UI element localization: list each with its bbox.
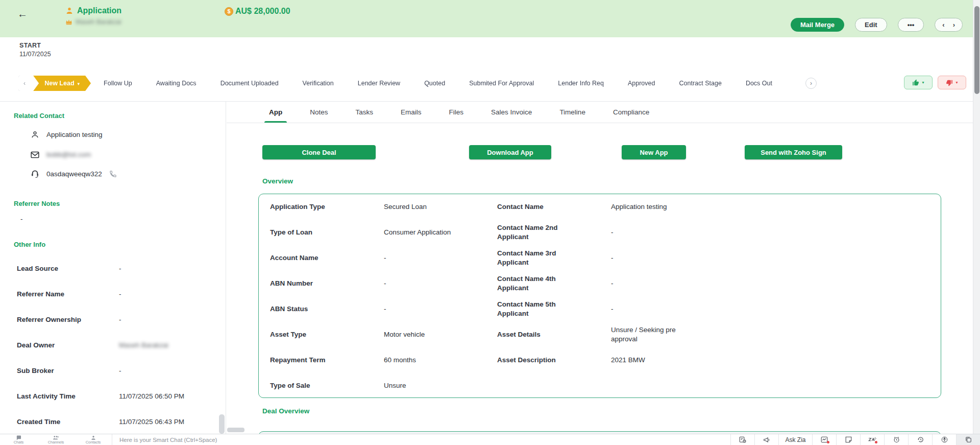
call-phone-icon[interactable] [109,170,117,178]
announcements-button[interactable] [754,434,778,445]
alarm-clock-icon [893,436,900,443]
tab-notes[interactable]: Notes [296,102,341,123]
related-contact-name[interactable]: Application testing [31,130,103,139]
related-contact-phone[interactable]: 0asdaqweeqw322 [31,170,117,178]
back-button[interactable]: ← [17,8,28,20]
related-contact-heading: Related Contact [14,112,64,120]
record-tabs: App Notes Tasks Emails Files Sales Invoi… [227,102,973,123]
stage-start-date: 11/07/2025 [19,51,51,58]
ask-zia-button[interactable]: Ask Zia [778,434,812,445]
activities-button[interactable] [730,434,754,445]
thumbs-up-icon [912,79,919,86]
overview-row: Application TypeSecured Loan Contact Nam… [270,194,941,220]
copy-windows-button[interactable] [956,434,980,445]
new-app-button[interactable]: New App [622,145,686,159]
field-lead-source: Lead Source- [17,265,221,272]
more-actions-button[interactable]: ••• [898,18,924,32]
smart-chat-input[interactable]: Here is your Smart Chat (Ctrl+Space) [112,434,730,445]
stage-docs-out[interactable]: Docs Out [734,76,783,91]
overview-card: Application TypeSecured Loan Contact Nam… [258,194,941,398]
stage-lender-info-req[interactable]: Lender Info Req [547,76,615,91]
zoho-sign-button[interactable] [860,434,884,445]
tab-files[interactable]: Files [435,102,478,123]
stage-approved[interactable]: Approved [617,76,667,91]
channels-button[interactable]: Channels [37,434,75,445]
zia-insights-button[interactable] [812,434,836,445]
main-horizontal-scrollbar[interactable] [227,428,244,432]
sidebar-scrollbar[interactable] [219,414,225,434]
next-record-icon[interactable]: › [953,21,955,29]
bottom-right-tools: Ask Zia [730,434,980,445]
notification-dot [875,441,877,443]
accessibility-icon [941,436,948,443]
thumbs-down-button[interactable]: ▾ [938,76,966,89]
contacts-button[interactable]: Contacts [75,434,112,445]
accessibility-button[interactable] [932,434,956,445]
reminders-button[interactable] [884,434,908,445]
tab-tasks[interactable]: Tasks [342,102,387,123]
sticky-notes-button[interactable] [836,434,860,445]
thumbs-up-button[interactable]: ▾ [904,76,933,89]
overview-heading: Overview [262,177,293,185]
tab-sales-invoice[interactable]: Sales Invoice [477,102,546,123]
deal-main-panel: App Notes Tasks Emails Files Sales Invoi… [227,102,973,434]
related-contact-email[interactable]: bobb@lot.com [31,151,91,158]
overview-row: Type of LoanConsumer Application Contact… [270,220,941,245]
page-scrollbar-track[interactable] [973,0,980,434]
record-title: Application [77,6,121,15]
deal-rating-buttons: ▾ ▾ [904,76,966,89]
page-scrollbar-thumb[interactable] [974,6,979,94]
sticky-note-icon [845,436,852,443]
stage-submited-for-approval[interactable]: Submited For Approval [458,76,545,91]
stage-dropdown-caret-icon[interactable]: ▾ [78,81,80,86]
tab-timeline[interactable]: Timeline [546,102,599,123]
deal-amount: AU$ 28,000.00 [235,7,290,16]
stage-contract-stage[interactable]: Contract Stage [668,76,732,91]
download-app-button[interactable]: Download App [469,145,551,159]
stage-section: START 11/07/2025 ‹ New Lead▾ Follow Up A… [0,37,980,101]
currency-coin-icon: $ [225,7,233,16]
send-with-zoho-sign-button[interactable]: Send with Zoho Sign [745,145,842,159]
stage-scroll-right-button[interactable]: › [805,78,817,89]
edit-button[interactable]: Edit [855,18,887,32]
recent-items-button[interactable] [908,434,932,445]
deal-overview-heading: Deal Overview [262,407,309,415]
activities-icon [739,436,746,443]
stage-quoted[interactable]: Quoted [413,76,456,91]
referrer-notes-value: - [20,215,23,223]
stage-scroll-left[interactable]: ‹ [18,76,32,91]
stage-document-uploaded[interactable]: Document Uploaded [209,76,290,91]
stage-follow-up[interactable]: Follow Up [92,76,143,91]
field-sub-broker: Sub Broker- [17,367,221,374]
email-icon [31,151,39,158]
field-deal-owner: Deal OwnerMaseh Barakzai [17,341,221,349]
stage-verification[interactable]: Verification [291,76,345,91]
overview-row: Type of SaleUnsure [270,373,941,399]
thumbs-down-icon [946,79,953,86]
chats-button[interactable]: Chats [0,434,37,445]
tab-emails[interactable]: Emails [387,102,435,123]
stage-lender-review[interactable]: Lender Review [347,76,411,91]
stage-awaiting-docs[interactable]: Awaiting Docs [145,76,208,91]
megaphone-icon [763,437,770,443]
mail-merge-button[interactable]: Mail Merge [791,18,844,32]
thumbs-up-caret-icon: ▾ [922,80,924,85]
tab-app[interactable]: App [255,102,296,123]
other-info-heading: Other Info [14,241,45,248]
overview-row: Repayment Term60 months Asset Descriptio… [270,347,941,373]
stage-new-lead[interactable]: New Lead▾ [33,76,91,91]
overview-row: Asset TypeMotor vehicle Asset DetailsUns… [270,322,941,347]
field-referrer-ownership: Referrer Ownership- [17,316,221,323]
overview-row: ABN Number- Contact Name 4th Applicant- [270,271,941,296]
record-owner-name: Maseh Barakzai [76,18,121,26]
clone-deal-button[interactable]: Clone Deal [262,145,376,159]
tab-compliance[interactable]: Compliance [599,102,663,123]
referrer-notes-heading: Referrer Notes [14,200,60,207]
previous-record-icon[interactable]: ‹ [942,21,944,29]
thumbs-down-caret-icon: ▾ [955,80,958,85]
copy-icon [965,436,972,443]
record-navigation: ‹ › [935,18,963,32]
headset-icon [31,170,39,178]
field-last-activity-time: Last Activity Time11/07/2025 06:50 PM [17,392,221,400]
notification-dot [827,441,829,443]
